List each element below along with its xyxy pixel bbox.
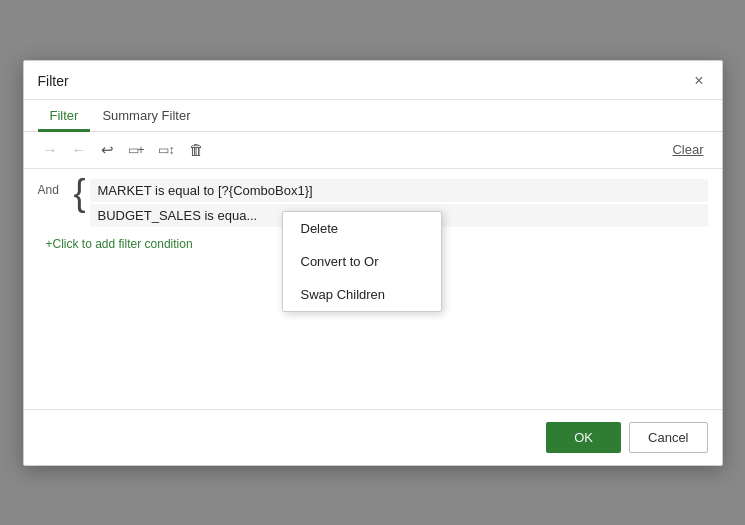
add-child-button[interactable]: ▭+ bbox=[123, 140, 149, 160]
tabs-bar: Filter Summary Filter bbox=[24, 100, 722, 132]
toolbar: → ← ↩ ▭+ ▭↕ 🗑 Clear bbox=[24, 132, 722, 169]
context-menu-item-swap-children[interactable]: Swap Children bbox=[283, 278, 441, 311]
add-sibling-button[interactable]: ▭↕ bbox=[153, 140, 180, 160]
filter-dialog: Filter × Filter Summary Filter → ← ↩ ▭+ … bbox=[23, 60, 723, 466]
ok-button[interactable]: OK bbox=[546, 422, 621, 453]
tab-summary-filter[interactable]: Summary Filter bbox=[90, 100, 202, 132]
filter-area: And { MARKET is equal to [?{ComboBox1}] … bbox=[24, 169, 722, 409]
tab-filter[interactable]: Filter bbox=[38, 100, 91, 132]
context-menu-item-delete[interactable]: Delete bbox=[283, 212, 441, 245]
delete-toolbar-button[interactable]: 🗑 bbox=[184, 138, 209, 161]
and-label: And bbox=[38, 179, 74, 197]
cancel-button[interactable]: Cancel bbox=[629, 422, 707, 453]
close-button[interactable]: × bbox=[690, 71, 707, 91]
context-menu: Delete Convert to Or Swap Children bbox=[282, 211, 442, 312]
forward-button[interactable]: → bbox=[38, 138, 63, 161]
clear-button[interactable]: Clear bbox=[668, 140, 707, 159]
back-button[interactable]: ← bbox=[67, 138, 92, 161]
condition-row-1[interactable]: MARKET is equal to [?{ComboBox1}] bbox=[90, 179, 708, 202]
group-bracket: { bbox=[74, 175, 86, 211]
dialog-title: Filter bbox=[38, 73, 69, 89]
dialog-footer: OK Cancel bbox=[24, 409, 722, 465]
context-menu-item-convert-to-or[interactable]: Convert to Or bbox=[283, 245, 441, 278]
title-bar: Filter × bbox=[24, 61, 722, 100]
undo-button[interactable]: ↩ bbox=[96, 138, 119, 162]
